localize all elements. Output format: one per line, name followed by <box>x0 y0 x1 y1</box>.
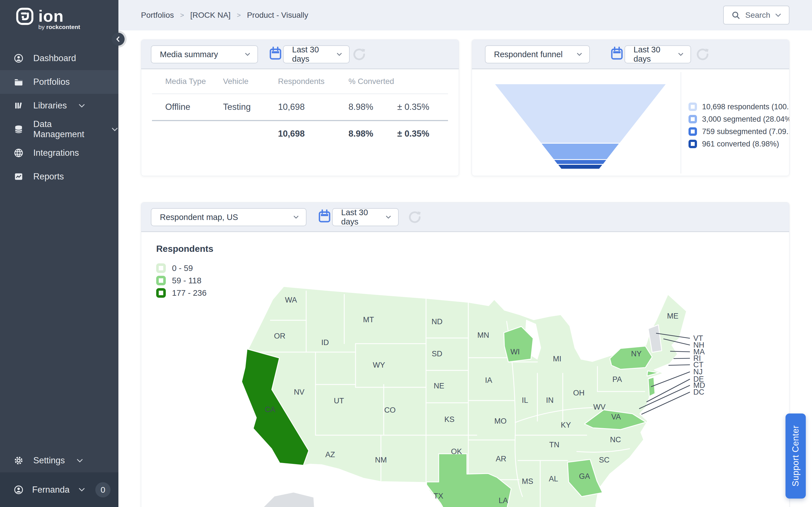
sidebar-item-dashboard[interactable]: Dashboard <box>0 47 118 70</box>
legend-swatch <box>156 263 166 273</box>
divider <box>680 72 681 173</box>
refresh-icon[interactable] <box>351 47 368 63</box>
table-cell: Respondents <box>278 77 349 86</box>
logo-subtitle: by rockcontent <box>38 24 118 31</box>
funnel-stage-3[interactable] <box>558 165 602 169</box>
sidebar-nav: Dashboard Portfolios Libraries Data Mana… <box>0 47 118 188</box>
media-summary-date-range-select[interactable]: Last 30 days <box>283 45 350 63</box>
state-label-VA: VA <box>611 413 621 421</box>
legend-label: 10,698 respondents (100.... <box>702 103 790 111</box>
table-cell: % Converted <box>349 77 397 86</box>
legend-label: 759 subsegmented (7.09... <box>702 127 790 136</box>
sidebar-item-label: Reports <box>33 172 64 182</box>
legend-swatch <box>689 140 697 148</box>
chevron-down-icon <box>775 13 781 17</box>
user-name: Fernanda <box>32 485 70 495</box>
notification-badge[interactable]: 0 <box>95 482 110 497</box>
table-cell: 8.98% <box>349 102 397 112</box>
funnel-legend-item[interactable]: 759 subsegmented (7.09... <box>689 127 790 136</box>
funnel-stage-0[interactable] <box>495 84 666 143</box>
map-legend-title: Respondents <box>156 244 213 254</box>
legend-label: 177 - 236 <box>172 288 207 298</box>
map-legend-item[interactable]: 0 - 59 <box>156 262 213 274</box>
chevron-down-icon <box>293 215 299 219</box>
library-icon <box>13 101 24 111</box>
respondent-map-card-header: Respondent map, US Last 30 days <box>141 203 789 232</box>
leader-line-CT <box>668 365 690 365</box>
state-label-ND: ND <box>432 318 443 326</box>
breadcrumb-separator: > <box>237 11 241 19</box>
funnel-stage-2[interactable] <box>554 160 606 164</box>
sidebar-item-label: Portfolios <box>33 77 70 87</box>
refresh-icon[interactable] <box>695 47 711 63</box>
legend-swatch <box>689 103 697 111</box>
sidebar-item-label: Dashboard <box>33 53 76 63</box>
state-label-UT: UT <box>334 397 344 405</box>
chevron-down-icon <box>386 215 391 219</box>
table-row: OfflineTesting10,6988.98%± 0.35% <box>141 94 459 120</box>
user-circle-icon <box>13 485 24 495</box>
calendar-icon[interactable] <box>269 46 282 62</box>
state-label-AL: AL <box>549 474 558 483</box>
respondent-map-date-range-select[interactable]: Last 30 days <box>332 208 399 226</box>
settings-label: Settings <box>33 455 65 466</box>
state-label-IL: IL <box>522 396 528 404</box>
sidebar-item-data-management[interactable]: Data Management <box>0 117 118 141</box>
state-label-TN: TN <box>549 441 559 449</box>
ion-logo-icon <box>16 7 34 25</box>
respondent-map-card: Respondent map, US Last 30 days Responde… <box>141 202 790 507</box>
funnel-legend: 10,698 respondents (100.... 3,000 segmen… <box>689 103 790 148</box>
state-label-NE: NE <box>434 382 444 390</box>
respondent-funnel-card-header: Respondent funnel Last 30 days <box>472 40 789 69</box>
chart-icon <box>13 172 24 182</box>
map-legend-item[interactable]: 59 - 118 <box>156 274 213 287</box>
state-label-ID: ID <box>321 338 329 347</box>
breadcrumb-rock-na[interactable]: [ROCK NA] <box>190 11 231 20</box>
table-cell: 10,698 <box>278 102 349 112</box>
respondent-funnel-date-range-select[interactable]: Last 30 days <box>624 45 691 63</box>
funnel-legend-item[interactable]: 961 converted (8.98%) <box>689 140 790 148</box>
state-label-OH: OH <box>573 389 585 397</box>
us-choropleth-map[interactable]: WAORIDMTNDMNWIMINYMEPASDWYNVUTCONEIAKSMO… <box>141 233 790 507</box>
funnel-chart-area: 10,698 respondents (100.... 3,000 segmen… <box>472 69 790 176</box>
sidebar-item-label: Data Management <box>33 119 100 139</box>
funnel-legend-item[interactable]: 10,698 respondents (100.... <box>689 103 790 111</box>
sidebar-item-reports[interactable]: Reports <box>0 165 118 188</box>
logo-title: ion <box>38 7 64 25</box>
table-cell: Media Type <box>165 77 223 86</box>
funnel-stage-1[interactable] <box>542 144 619 159</box>
state-label-WI: WI <box>511 348 520 356</box>
state-label-PA: PA <box>612 375 622 384</box>
search-button[interactable]: Search <box>723 6 790 24</box>
date-range-value: Last 30 days <box>292 45 336 64</box>
sidebar-item-settings[interactable]: Settings <box>0 449 118 472</box>
map-legend-item[interactable]: 177 - 236 <box>156 287 213 299</box>
state-label-WA: WA <box>285 296 297 304</box>
date-range-value: Last 30 days <box>633 45 678 64</box>
media-summary-widget-select[interactable]: Media summary <box>151 45 258 63</box>
sidebar-item-portfolios[interactable]: Portfolios <box>0 70 118 94</box>
sidebar: ion by rockcontent Dashboard Portfolios … <box>0 0 118 507</box>
respondent-map-widget-select[interactable]: Respondent map, US <box>151 208 306 226</box>
sidebar-item-libraries[interactable]: Libraries <box>0 94 118 117</box>
media-summary-table: Media TypeVehicleRespondents% ConvertedO… <box>141 69 459 147</box>
search-icon <box>731 10 741 20</box>
map-legend: Respondents 0 - 59 59 - 118 177 - 236 <box>156 244 213 299</box>
state-label-MT: MT <box>363 316 374 324</box>
support-center-button[interactable]: Support Center <box>785 413 806 499</box>
table-total-row: 10,6988.98%± 0.35% <box>141 121 459 147</box>
breadcrumb-portfolios[interactable]: Portfolios <box>141 11 174 20</box>
calendar-icon[interactable] <box>610 46 624 62</box>
calendar-icon[interactable] <box>318 209 331 225</box>
refresh-icon[interactable] <box>407 209 423 226</box>
sidebar-collapse-button[interactable] <box>112 33 124 46</box>
funnel-legend-item[interactable]: 3,000 segmented (28.04%) <box>689 115 790 123</box>
table-cell: 10,698 <box>278 129 349 139</box>
legend-swatch <box>156 276 166 285</box>
user-menu[interactable]: Fernanda 0 <box>0 472 118 507</box>
table-cell: 8.98% <box>349 129 397 139</box>
chevron-down-icon <box>78 487 86 492</box>
state-label-KS: KS <box>444 415 455 424</box>
sidebar-item-integrations[interactable]: Integrations <box>0 141 118 165</box>
respondent-funnel-widget-select[interactable]: Respondent funnel <box>485 45 590 63</box>
